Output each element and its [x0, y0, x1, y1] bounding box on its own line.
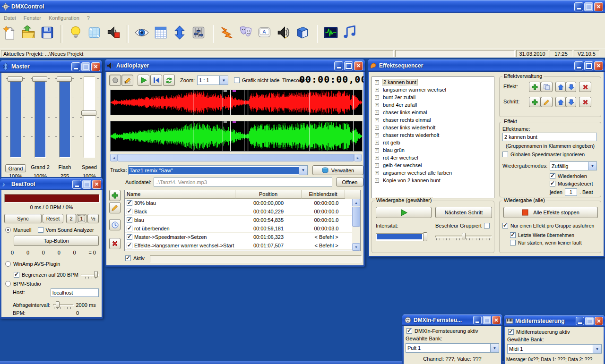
step-edit-button[interactable] [541, 97, 553, 107]
waveform-green[interactable] [110, 121, 363, 152]
scenes-button[interactable] [238, 25, 253, 40]
effect-copy-button[interactable] [541, 82, 553, 92]
musikgesteuert-checkbox[interactable] [550, 181, 555, 186]
slider-thumb[interactable] [8, 76, 23, 82]
freeze-button[interactable] [87, 25, 102, 40]
effect-tree-item[interactable]: + chaser rechts wiederholt [372, 131, 494, 139]
beat-half-button[interactable]: ½ [87, 214, 99, 223]
minimize-button[interactable] [72, 180, 81, 189]
effect-tree-item[interactable]: + chaser links einmal [372, 109, 494, 116]
tree-expand-icon[interactable]: + [375, 126, 379, 130]
keep-last-values-checkbox[interactable] [510, 232, 516, 238]
waveform-red[interactable] [110, 90, 363, 115]
host-input[interactable]: localhost [51, 288, 99, 297]
table-row[interactable]: black 00:01:27,997 00:00:00.0 [125, 250, 360, 251]
table-scrollbar[interactable]: ▲ ▼ [352, 199, 360, 251]
skip-start-button[interactable] [150, 75, 162, 86]
minimize-button[interactable] [473, 316, 482, 324]
beschleur-checkbox[interactable] [484, 223, 490, 229]
stop-all-effects-button[interactable]: Alle Effekte stoppen [503, 207, 598, 218]
light-scene-button[interactable] [68, 25, 83, 40]
tree-expand-icon[interactable]: + [375, 95, 379, 100]
row-checkbox[interactable] [127, 217, 132, 223]
effect-tree-item[interactable]: + bund 4er zufall [372, 101, 494, 109]
minimize-button[interactable] [574, 61, 583, 70]
tree-expand-icon[interactable]: + [375, 141, 379, 145]
add-entry-button[interactable] [109, 190, 121, 201]
sound-analyzer-button[interactable] [323, 25, 338, 40]
master-slider[interactable]: Grand 100% [4, 76, 27, 158]
zoom-select[interactable]: 1 : 1▼ [197, 76, 228, 85]
close-button[interactable]: ✕ [92, 180, 101, 189]
intensitaet-slider[interactable] [376, 232, 430, 242]
scroll-down-icon[interactable]: ▼ [352, 243, 360, 251]
open-project-button[interactable] [21, 25, 36, 40]
maximize-button[interactable] [483, 316, 491, 324]
delete-entry-button[interactable] [109, 238, 121, 249]
close-button[interactable]: ✕ [354, 61, 363, 70]
effect-tree-item[interactable]: + langsamer warmer wechsel [372, 86, 494, 93]
minimize-button[interactable] [71, 62, 80, 71]
slider-channel[interactable] [59, 76, 70, 158]
audiodatei-input[interactable]: ..\Tanz\4. Version.mp3 [154, 178, 332, 186]
effect-tree-item[interactable]: + Kopie von 2 kannen bunt [372, 177, 494, 184]
handbook-button[interactable] [295, 25, 310, 40]
close-button[interactable]: ✕ [91, 62, 100, 71]
grafik-checkbox[interactable] [234, 77, 240, 83]
start-only-if-none-checkbox[interactable] [510, 240, 516, 245]
dmxin-aktiv-checkbox[interactable] [406, 328, 412, 334]
minimize-button[interactable] [574, 2, 583, 11]
step-add-button[interactable] [529, 97, 541, 107]
bank-select[interactable]: Pult 1▼ [406, 343, 499, 353]
master-slider[interactable]: Grand 2 100% [29, 76, 52, 158]
edit-entry-button[interactable] [109, 202, 121, 213]
maximize-button[interactable] [584, 2, 593, 11]
wiederholen-checkbox[interactable] [550, 173, 555, 179]
table-row[interactable]: Black 00:00:40,229 00:00:00.0 [125, 207, 360, 216]
slider-thumb[interactable] [32, 76, 47, 82]
effects-button[interactable] [219, 25, 234, 40]
effektname-input[interactable]: 2 kannen bunt [502, 133, 597, 141]
interval-slider[interactable] [53, 301, 74, 309]
new-project-button[interactable] [2, 25, 17, 40]
scrollbar-thumb[interactable] [352, 207, 360, 227]
master-slider[interactable]: Flash 255 [53, 76, 76, 158]
tree-expand-icon[interactable]: + [375, 156, 379, 160]
effect-tree-item[interactable]: + angsamer wechsel alle farben [372, 169, 494, 177]
menu-item[interactable]: ? [83, 14, 94, 22]
tree-expand-icon[interactable]: + [375, 171, 379, 175]
maximize-button[interactable] [82, 180, 91, 189]
fader-updown-button[interactable] [172, 25, 187, 40]
slider-thumb[interactable] [423, 232, 427, 241]
speedmaster-checkbox[interactable] [502, 152, 508, 157]
menu-item[interactable]: Fenster [20, 14, 45, 22]
audio-scene-button[interactable] [106, 25, 121, 40]
minimize-button[interactable] [334, 61, 343, 70]
tree-expand-icon[interactable]: + [375, 103, 379, 107]
reset-button[interactable]: Reset [43, 214, 63, 223]
row-checkbox[interactable] [127, 226, 132, 231]
limit-bpm-slider[interactable] [81, 271, 99, 279]
sync-button[interactable]: Sync [4, 214, 42, 223]
beat-x2-button[interactable]: 2 [66, 214, 76, 223]
submaster-button[interactable] [191, 25, 206, 40]
beat-x1-button[interactable]: 1 [77, 214, 86, 223]
table-row[interactable]: rot überbenden 00:00:59,181 00:00:03.0 [125, 224, 360, 233]
scrollbar-thumb[interactable] [118, 154, 354, 161]
visualization-button[interactable] [134, 25, 149, 40]
play-effect-button[interactable] [376, 207, 432, 218]
tree-expand-icon[interactable]: + [375, 148, 379, 152]
slider-thumb[interactable] [81, 110, 96, 116]
step-delete-button[interactable] [579, 97, 591, 107]
row-checkbox[interactable] [127, 234, 132, 240]
loop-button[interactable] [163, 75, 175, 86]
scroll-right-icon[interactable]: ► [354, 154, 362, 161]
hand-tool-button[interactable] [109, 75, 121, 86]
tree-expand-icon[interactable]: + [375, 178, 379, 183]
effect-down-button[interactable] [566, 82, 576, 92]
slider-thumb[interactable] [57, 76, 72, 82]
master-slider[interactable]: Speed 100% [78, 76, 101, 158]
aktiv-checkbox[interactable] [125, 255, 131, 261]
minimize-button[interactable] [576, 317, 584, 325]
hotkeys-button[interactable]: A [257, 25, 272, 40]
